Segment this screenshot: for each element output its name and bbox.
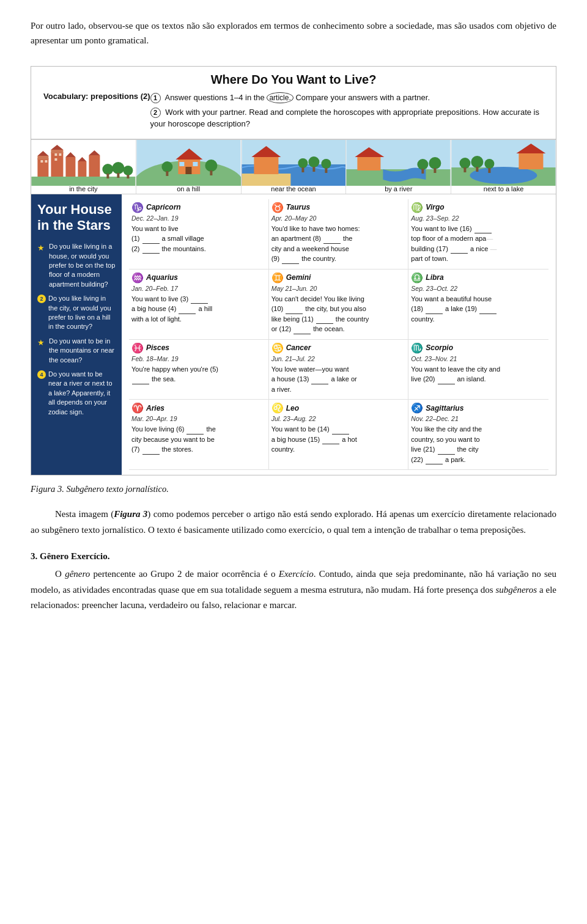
intro-paragraph: Por outro lado, observou-se que os texto… [31,18,556,48]
svg-rect-41 [301,167,304,172]
svg-marker-10 [78,157,86,161]
vocab-row: Vocabulary: prepositions (2) 1 Answer qu… [43,92,544,133]
star-question-2: Do you like living in the city, or would… [48,294,116,332]
star-question-1: Do you like living in a house, or would … [49,242,116,289]
blue-panel: Your House in the Stars ★ Do you like li… [31,194,122,475]
star-question-3: Do you want to be in the mountains or ne… [49,337,116,365]
blank-19 [479,307,497,314]
star-item-1: ★ Do you like living in a house, or woul… [37,242,116,289]
cancer-name: Cancer [286,343,311,352]
svg-rect-0 [31,177,135,186]
horoscope-grid: ♑ Capricorn Dec. 22–Jan. 19 You want to … [122,194,556,475]
svg-point-63 [485,159,495,169]
num-circle-2: 2 [150,108,161,118]
star-icon-1: ★ [37,243,46,254]
pisces-header: ♓ Pisces [131,342,264,354]
aquarius-header: ♒ Aquarius [131,272,264,284]
capricorn-text: You want to live (1) a small village (2)… [131,224,264,254]
sagittarius-name: Sagittarius [426,404,463,413]
sign-libra: ♎ Libra Sep. 23–Oct. 22 You want a beaut… [408,270,548,340]
scorpio-header: ♏ Scorpio [411,342,544,354]
sign-gemini: ♊ Gemini May 21–Jun. 20 You can't decide… [269,270,409,340]
article-circle: article. [267,92,293,103]
gemini-text: You can't decide! You like living (10) t… [271,294,404,334]
leo-dates: Jul. 23–Aug. 22 [271,415,404,422]
svg-rect-23 [127,175,129,178]
blank-22 [426,457,443,464]
gemini-name: Gemini [286,273,311,282]
section-heading: 3. Gênero Exercício. [31,551,556,562]
blank-21 [438,447,455,455]
blank-12 [294,327,311,334]
svg-marker-12 [89,150,100,155]
capricorn-dates: Dec. 22–Jan. 19 [131,215,264,222]
blank-17 [451,246,468,254]
svg-rect-64 [489,168,491,173]
svg-rect-28 [185,167,191,174]
sagittarius-text: You like the city and the country, so yo… [411,424,544,464]
landscape-ocean: near the ocean [242,140,347,194]
svg-point-22 [123,166,133,175]
leo-text: You want to be (14) a big house (15) a h… [271,424,404,455]
svg-rect-60 [464,167,467,172]
num-circle-1: 1 [150,93,161,103]
textbook-title: Where Do You Want to Live? [43,73,544,87]
main-content: Your House in the Stars ★ Do you like li… [31,194,556,475]
capricorn-header: ♑ Capricorn [131,202,264,213]
svg-point-52 [429,157,441,169]
blank-14 [332,427,349,435]
sign-capricorn: ♑ Capricorn Dec. 22–Jan. 19 You want to … [129,199,269,270]
blank-8 [323,237,341,244]
capricorn-icon: ♑ [131,202,144,213]
svg-rect-14 [45,160,47,163]
hill-svg [136,140,241,186]
aquarius-icon: ♒ [131,272,144,284]
svg-rect-15 [54,153,57,156]
svg-marker-6 [51,145,63,150]
svg-rect-37 [242,174,290,186]
aries-dates: Mar. 20–Apr. 19 [131,415,264,422]
svg-rect-45 [325,168,327,173]
sign-sagittarius: ♐ Sagittarius Nov. 22–Dec. 21 You like t… [408,400,548,470]
svg-rect-62 [476,167,479,172]
svg-rect-43 [312,167,315,172]
svg-rect-34 [210,170,212,175]
scorpio-text: You want to leave the city and live (20)… [411,364,544,384]
aquarius-name: Aquarius [146,273,178,282]
landscape-lake: next to a lake [451,140,556,194]
star-item-4: 4 Do you want to be near a river or next… [37,370,116,417]
taurus-dates: Apr. 20–May 20 [271,215,404,222]
svg-point-31 [161,161,172,172]
svg-rect-5 [51,150,63,153]
taurus-name: Taurus [286,203,311,211]
blank-10 [286,307,303,314]
textbook-box: Where Do You Want to Live? Vocabulary: p… [31,66,556,475]
sign-pisces: ♓ Pisces Feb. 18–Mar. 19 You're happy wh… [129,340,269,400]
libra-dates: Sep. 23–Oct. 22 [411,285,544,292]
blank-1 [142,237,160,244]
figura-caption: Figura 3. Subgênero texto jornalístico. [31,484,556,494]
sagittarius-icon: ♐ [411,402,423,414]
leo-icon: ♌ [271,402,284,414]
svg-rect-57 [519,153,544,169]
blank-7 [142,447,160,455]
sign-leo: ♌ Leo Jul. 23–Aug. 22 You want to be (14… [269,400,409,470]
svg-point-44 [321,159,331,169]
aries-name: Aries [146,404,164,413]
svg-rect-2 [37,156,48,160]
leo-header: ♌ Leo [271,402,404,414]
aries-header: ♈ Aries [131,402,264,414]
sagittarius-header: ♐ Sagittarius [411,402,544,414]
libra-header: ♎ Libra [411,272,544,284]
sign-taurus: ♉ Taurus Apr. 20–May 20 You'd like to ha… [269,199,409,270]
river-svg [346,140,451,186]
libra-icon: ♎ [411,272,423,284]
libra-name: Libra [426,273,443,282]
svg-rect-17 [54,158,57,161]
svg-rect-30 [193,162,198,166]
svg-point-20 [112,162,124,174]
svg-point-18 [102,164,113,175]
svg-rect-21 [117,173,119,178]
virgo-dates: Aug. 23–Sep. 22 [411,215,544,222]
sign-cancer: ♋ Cancer Jun. 21–Jul. 22 You love water—… [269,340,409,400]
